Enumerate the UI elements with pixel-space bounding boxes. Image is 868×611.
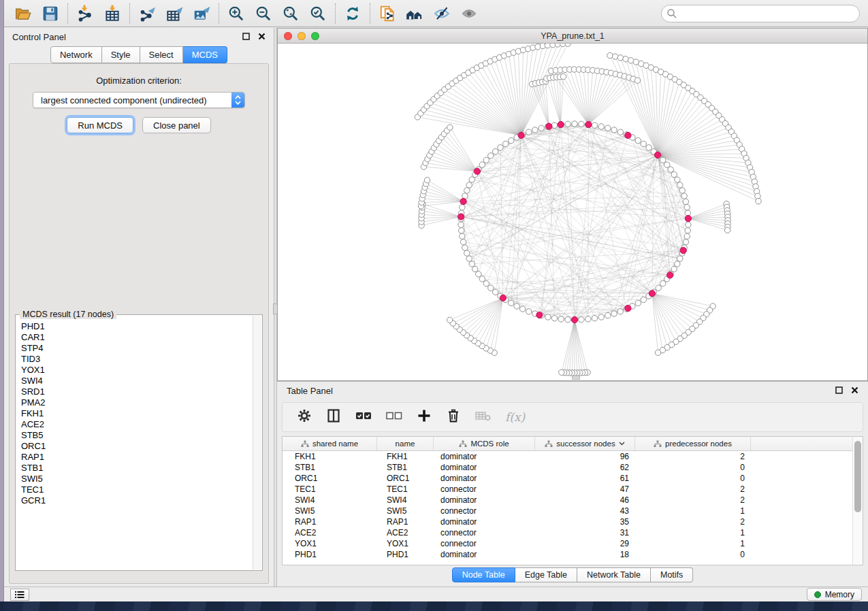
tab-select[interactable]: Select xyxy=(140,46,183,63)
graph-node[interactable] xyxy=(683,240,688,245)
graph-node[interactable] xyxy=(459,228,464,233)
float-panel-icon[interactable] xyxy=(242,31,250,43)
table-row[interactable]: PHD1PHD1dominator180 xyxy=(283,549,863,560)
run-mcds-button[interactable]: Run MCDS xyxy=(67,117,133,133)
graph-node[interactable] xyxy=(592,122,597,128)
column-header-shared-name[interactable]: shared name xyxy=(283,437,377,450)
graph-node[interactable] xyxy=(503,141,509,146)
graph-node[interactable] xyxy=(472,266,478,271)
table-row[interactable]: STB1STB1dominator620 xyxy=(283,462,863,473)
graph-node[interactable] xyxy=(509,137,514,143)
close-panel-button[interactable]: Close panel xyxy=(142,117,211,133)
graph-node[interactable] xyxy=(641,141,646,146)
close-table-panel-icon[interactable] xyxy=(851,384,858,397)
mcds-result-item[interactable]: STB1 xyxy=(21,463,253,474)
search-input[interactable] xyxy=(661,5,860,22)
table-scrollbar[interactable] xyxy=(852,437,863,565)
graph-node[interactable] xyxy=(545,314,551,320)
graph-node[interactable] xyxy=(641,297,646,302)
graph-node[interactable] xyxy=(660,157,666,163)
graph-node[interactable] xyxy=(509,300,514,306)
graph-node[interactable] xyxy=(469,261,475,267)
graph-node[interactable] xyxy=(559,369,564,375)
deselect-all-checks-icon[interactable] xyxy=(385,408,403,427)
graph-node[interactable] xyxy=(756,199,761,204)
table-row[interactable]: SWI5SWI5connector431 xyxy=(283,506,863,516)
graph-node[interactable] xyxy=(598,124,604,129)
table-row[interactable]: RAP1RAP1dominator352 xyxy=(283,516,863,527)
graph-node[interactable] xyxy=(469,177,475,182)
graph-node[interactable] xyxy=(605,125,611,131)
graph-node[interactable] xyxy=(462,245,468,250)
graph-node[interactable] xyxy=(680,248,686,254)
graph-node[interactable] xyxy=(460,240,466,245)
graph-node[interactable] xyxy=(458,214,464,220)
graph-node[interactable] xyxy=(447,125,453,130)
graph-node[interactable] xyxy=(598,314,604,320)
tab-network[interactable]: Network xyxy=(50,46,102,63)
mcds-result-item[interactable]: PMA2 xyxy=(21,397,253,408)
graph-node[interactable] xyxy=(551,316,557,321)
mcds-result-item[interactable]: SWI5 xyxy=(21,474,253,484)
show-column-icon[interactable] xyxy=(325,408,342,427)
graph-node[interactable] xyxy=(498,145,503,150)
table-row[interactable]: TEC1TEC1connector472 xyxy=(283,484,863,495)
zoom-out-icon[interactable] xyxy=(250,2,277,25)
tab-edge-table[interactable]: Edge Table xyxy=(515,567,577,582)
column-header-predecessor-nodes[interactable]: predecessor nodes xyxy=(635,437,751,450)
graph-node[interactable] xyxy=(679,188,685,193)
graph-node[interactable] xyxy=(685,215,691,221)
mcds-result-item[interactable]: YOX1 xyxy=(21,365,253,376)
graph-node[interactable] xyxy=(558,316,564,322)
graph-node[interactable] xyxy=(649,291,655,297)
graph-node[interactable] xyxy=(493,149,498,154)
show-all-icon[interactable] xyxy=(455,2,483,25)
graph-node[interactable] xyxy=(462,193,468,199)
graph-node[interactable] xyxy=(646,145,652,150)
graph-node[interactable] xyxy=(536,312,543,318)
graph-node[interactable] xyxy=(500,295,506,301)
graph-node[interactable] xyxy=(460,205,465,210)
first-neighbors-icon[interactable] xyxy=(401,2,428,25)
graph-node[interactable] xyxy=(546,123,552,129)
export-image-icon[interactable] xyxy=(188,2,215,25)
add-column-icon[interactable] xyxy=(416,408,432,427)
float-table-panel-icon[interactable] xyxy=(835,384,843,397)
table-options-gear-icon[interactable] xyxy=(296,408,312,427)
graph-node[interactable] xyxy=(532,127,538,133)
graph-node[interactable] xyxy=(611,127,617,133)
graph-node[interactable] xyxy=(684,205,690,210)
mcds-result-item[interactable]: STP4 xyxy=(21,343,253,354)
table-row[interactable]: ORC1ORC1dominator610 xyxy=(283,473,863,484)
graph-node[interactable] xyxy=(464,250,470,256)
graph-node[interactable] xyxy=(565,121,570,127)
graph-node[interactable] xyxy=(493,289,498,295)
graph-node[interactable] xyxy=(464,188,470,193)
network-splitter-grip[interactable] xyxy=(572,376,580,380)
graph-node[interactable] xyxy=(572,121,577,127)
graph-node[interactable] xyxy=(518,132,524,138)
graph-node[interactable] xyxy=(625,306,631,312)
graph-node[interactable] xyxy=(613,54,618,59)
graph-node[interactable] xyxy=(684,233,690,239)
graph-node[interactable] xyxy=(605,313,611,318)
column-header-name[interactable]: name xyxy=(377,437,434,450)
graph-node[interactable] xyxy=(571,316,577,323)
graph-node[interactable] xyxy=(447,317,452,323)
graph-node[interactable] xyxy=(466,182,472,188)
optimization-criterion-dropdown[interactable]: largest connected component (undirected) xyxy=(33,92,245,108)
graph-node[interactable] xyxy=(565,44,570,46)
graph-node[interactable] xyxy=(458,222,464,227)
graph-node[interactable] xyxy=(617,55,623,61)
network-graph[interactable] xyxy=(278,44,867,380)
mcds-result-list[interactable]: PHD1CAR1STP4TID3YOX1SWI4SRD1PMA2FKH1ACE2… xyxy=(16,317,253,569)
mcds-result-item[interactable]: ACE2 xyxy=(21,419,253,430)
graph-node[interactable] xyxy=(660,281,666,286)
tab-node-table[interactable]: Node Table xyxy=(452,567,515,582)
hide-selected-icon[interactable] xyxy=(428,2,455,25)
tab-mcds[interactable]: MCDS xyxy=(183,46,227,63)
column-header-successor-nodes[interactable]: successor nodes xyxy=(535,437,635,450)
graph-node[interactable] xyxy=(655,152,661,158)
graph-node[interactable] xyxy=(460,233,465,239)
duplicate-network-icon[interactable] xyxy=(374,2,401,25)
